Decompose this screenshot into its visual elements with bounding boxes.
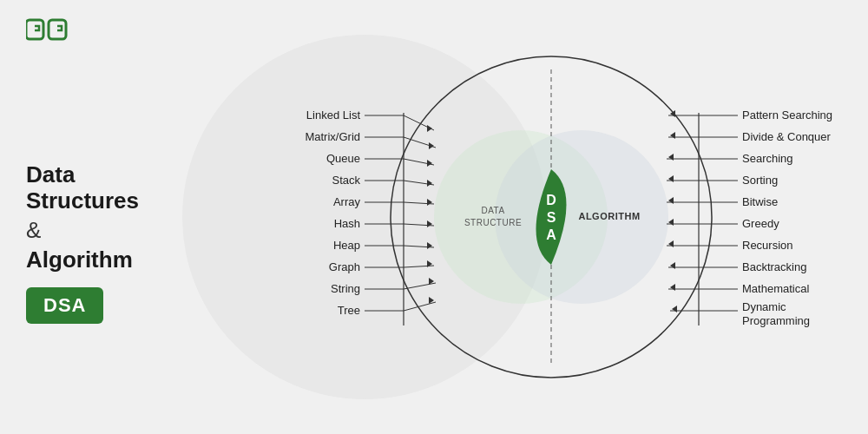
svg-text:S: S <box>547 210 556 225</box>
svg-text:Linked List: Linked List <box>306 108 361 122</box>
svg-text:Greedy: Greedy <box>742 217 779 230</box>
svg-text:Programming: Programming <box>742 314 810 327</box>
svg-marker-36 <box>427 180 432 187</box>
svg-text:Searching: Searching <box>742 152 793 165</box>
svg-text:Queue: Queue <box>326 152 360 165</box>
dsa-badge: DSA <box>26 287 103 324</box>
svg-text:Tree: Tree <box>338 304 360 317</box>
title-line1: Data <box>26 162 226 188</box>
svg-text:DATA: DATA <box>481 206 504 215</box>
title-ampersand: & <box>26 217 226 244</box>
svg-text:STRUCTURE: STRUCTURE <box>464 218 522 227</box>
title-block: Data Structures & Algorithm DSA <box>26 162 226 325</box>
svg-marker-76 <box>668 154 674 161</box>
svg-marker-75 <box>670 132 675 139</box>
logo <box>26 17 69 47</box>
svg-marker-37 <box>427 199 432 206</box>
title-line2: Structures <box>26 188 226 214</box>
svg-marker-39 <box>427 242 432 249</box>
svg-text:Heap: Heap <box>333 239 360 252</box>
svg-text:Matrix/Grid: Matrix/Grid <box>305 130 360 143</box>
diagram-area: D S A DATA STRUCTURE ALGORITHM <box>234 0 868 434</box>
svg-marker-77 <box>668 175 674 182</box>
svg-marker-78 <box>668 197 674 204</box>
svg-text:String: String <box>331 282 360 295</box>
svg-marker-38 <box>427 220 432 227</box>
svg-text:Backtracking: Backtracking <box>742 260 806 273</box>
svg-text:D: D <box>546 193 556 207</box>
svg-text:Sorting: Sorting <box>742 174 778 187</box>
title-line3: Algorithm <box>26 247 226 273</box>
svg-text:Array: Array <box>333 195 361 208</box>
svg-marker-40 <box>427 260 432 267</box>
svg-marker-83 <box>672 306 677 312</box>
svg-marker-81 <box>670 262 675 269</box>
svg-text:Divide & Conquer: Divide & Conquer <box>742 130 832 143</box>
svg-marker-80 <box>668 240 674 247</box>
svg-marker-33 <box>427 125 432 132</box>
svg-marker-82 <box>670 284 675 291</box>
svg-text:Pattern Searching: Pattern Searching <box>742 108 832 122</box>
svg-text:Recursion: Recursion <box>742 239 793 252</box>
svg-marker-34 <box>429 142 434 149</box>
svg-line-28 <box>404 266 434 267</box>
svg-text:Dynamic: Dynamic <box>742 300 786 313</box>
svg-marker-35 <box>427 160 432 167</box>
svg-text:Mathematical: Mathematical <box>742 282 809 295</box>
svg-line-30 <box>404 283 436 289</box>
svg-text:A: A <box>546 227 556 242</box>
svg-marker-79 <box>668 219 674 226</box>
left-panel: Data Structures & Algorithm DSA <box>26 0 226 434</box>
svg-text:Graph: Graph <box>329 260 360 273</box>
svg-text:Stack: Stack <box>332 174 360 187</box>
svg-text:Bitwise: Bitwise <box>742 195 778 208</box>
svg-text:Hash: Hash <box>334 217 360 230</box>
svg-text:ALGORITHM: ALGORITHM <box>578 211 640 221</box>
